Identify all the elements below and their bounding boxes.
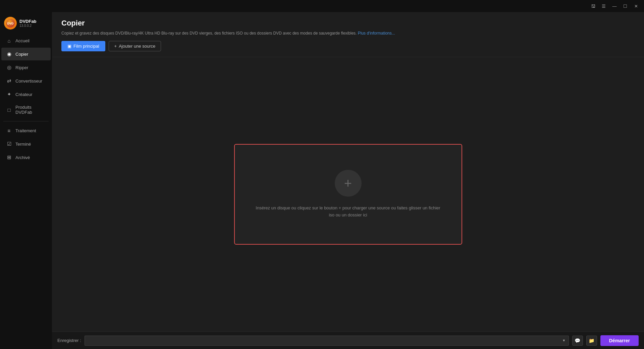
folder-icon: 📁 xyxy=(589,338,594,343)
minimize-icon: — xyxy=(612,4,617,9)
logo-icon: DVD xyxy=(4,17,17,30)
register-dropdown-arrow[interactable]: ▼ xyxy=(559,336,569,346)
sidebar-label-createur: Créateur xyxy=(15,92,33,97)
toolbar: ▣ Film principal + Ajouter une source xyxy=(61,41,635,51)
drop-zone-text: Insérez un disque ou cliquez sur le bout… xyxy=(254,205,442,219)
drop-zone-icon: + xyxy=(335,170,362,197)
bottom-bar: Enregistrer : ▼ 💬 📁 Démarrer xyxy=(52,332,644,349)
sidebar-item-ripper[interactable]: ◎ Ripper xyxy=(1,61,51,74)
copy-icon: ◉ xyxy=(6,51,12,57)
menu-titlebar-btn[interactable]: ☰ xyxy=(598,1,609,11)
titlebar: 🖫 ☰ — ☐ ✕ xyxy=(0,0,644,12)
film-icon: ▣ xyxy=(67,44,71,49)
home-icon: ⌂ xyxy=(6,38,12,44)
sidebar-item-termine[interactable]: ☑ Terminé xyxy=(1,138,51,150)
sidebar-label-copier: Copier xyxy=(15,52,28,57)
products-icon: □ xyxy=(6,107,12,113)
sidebar-label-archive: Archivé xyxy=(15,155,30,160)
content-area: Copier Copiez et gravez des disques DVD/… xyxy=(52,12,644,349)
register-icon-btn2[interactable]: 📁 xyxy=(586,336,597,346)
rip-icon: ◎ xyxy=(6,64,12,70)
close-icon: ✕ xyxy=(634,4,638,9)
sidebar-item-produits[interactable]: □ Produits DVDFab xyxy=(1,101,51,118)
app-version: 13.0.0.2 xyxy=(19,24,37,28)
menu-titlebar-icon: ☰ xyxy=(602,4,606,9)
creator-icon: ✦ xyxy=(6,91,12,97)
processing-icon: ≡ xyxy=(6,128,12,134)
app-logo: DVD DVDFab 13.0.0.2 xyxy=(0,12,52,34)
sidebar-label-accueil: Accueil xyxy=(15,38,30,43)
sidebar-label-ripper: Ripper xyxy=(15,65,28,70)
minimize-btn[interactable]: — xyxy=(609,1,620,11)
more-info-link[interactable]: Plus d'informations... xyxy=(358,31,395,36)
plus-icon: + xyxy=(114,44,117,49)
svg-text:DVD: DVD xyxy=(7,22,14,25)
sidebar-item-archive[interactable]: ⊞ Archivé xyxy=(1,151,51,164)
logo-text: DVDFab 13.0.0.2 xyxy=(19,19,37,28)
register-label: Enregistrer : xyxy=(57,338,81,343)
sidebar-item-traitement[interactable]: ≡ Traitement xyxy=(1,124,51,137)
done-icon: ☑ xyxy=(6,141,12,147)
sidebar-item-createur[interactable]: ✦ Créateur xyxy=(1,88,51,101)
sidebar-label-traitement: Traitement xyxy=(15,128,36,133)
sidebar-label-termine: Terminé xyxy=(15,142,31,147)
close-btn[interactable]: ✕ xyxy=(631,1,641,11)
save-titlebar-icon: 🖫 xyxy=(591,4,595,9)
sidebar-divider xyxy=(3,121,49,121)
add-source-button[interactable]: + Ajouter une source xyxy=(109,41,161,51)
sidebar-item-accueil[interactable]: ⌂ Accueil xyxy=(1,35,51,47)
app-name: DVDFab xyxy=(19,19,37,24)
sidebar-label-produits: Produits DVDFab xyxy=(15,105,46,115)
save-titlebar-btn[interactable]: 🖫 xyxy=(588,1,598,11)
register-icon-btn1[interactable]: 💬 xyxy=(572,336,583,346)
sidebar-label-convertisseur: Convertisseur xyxy=(15,79,42,84)
content-main: + Insérez un disque ou cliquez sur le bo… xyxy=(52,57,644,332)
add-circle-icon: + xyxy=(344,176,352,191)
register-input-wrap: ▼ xyxy=(85,336,569,346)
sidebar-item-copier[interactable]: ◉ Copier xyxy=(1,48,51,60)
maximize-icon: ☐ xyxy=(623,4,627,9)
start-button[interactable]: Démarrer xyxy=(600,335,639,346)
content-header: Copier Copiez et gravez des disques DVD/… xyxy=(52,12,644,57)
convert-icon: ⇄ xyxy=(6,78,12,84)
app-body: DVD DVDFab 13.0.0.2 ⌂ Accueil ◉ Copier ◎… xyxy=(0,12,644,349)
register-input[interactable] xyxy=(85,336,559,346)
page-description: Copiez et gravez des disques DVD/Blu-ray… xyxy=(61,30,635,36)
chat-icon: 💬 xyxy=(575,338,580,343)
sidebar-item-convertisseur[interactable]: ⇄ Convertisseur xyxy=(1,74,51,87)
main-film-button[interactable]: ▣ Film principal xyxy=(61,41,105,51)
sidebar: DVD DVDFab 13.0.0.2 ⌂ Accueil ◉ Copier ◎… xyxy=(0,12,52,349)
archive-icon: ⊞ xyxy=(6,154,12,160)
drop-zone[interactable]: + Insérez un disque ou cliquez sur le bo… xyxy=(234,144,462,245)
page-title: Copier xyxy=(61,19,635,28)
sidebar-nav: ⌂ Accueil ◉ Copier ◎ Ripper ⇄ Convertiss… xyxy=(0,34,52,349)
maximize-btn[interactable]: ☐ xyxy=(620,1,631,11)
